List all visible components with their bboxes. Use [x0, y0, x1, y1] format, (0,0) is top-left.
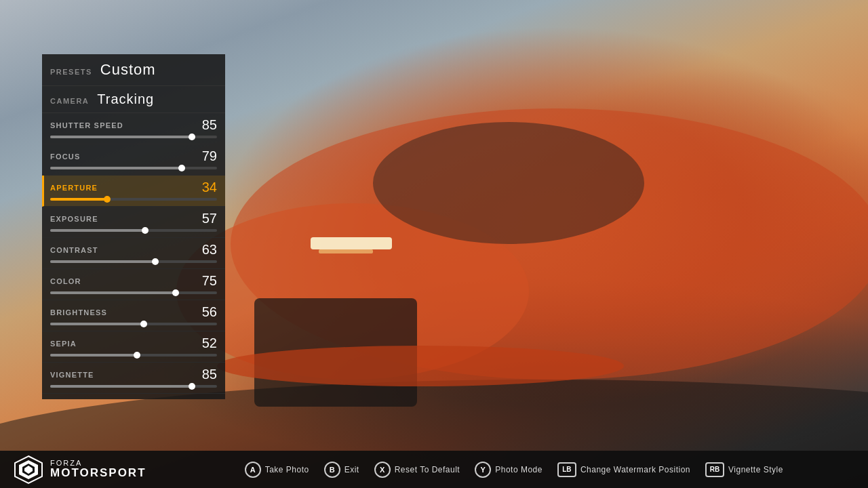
button-take-photo[interactable]: A: [245, 462, 261, 478]
camera-label: CAMERA: [50, 97, 89, 105]
presets-value: Custom: [100, 61, 156, 79]
slider-fill-sepia: [50, 354, 137, 357]
presets-label: PRESETS: [50, 68, 92, 76]
slider-value-color: 75: [197, 273, 217, 289]
slider-brightness[interactable]: BRIGHTNESS56: [42, 300, 225, 331]
slider-fill-brightness: [50, 323, 144, 325]
action-watermark[interactable]: LBChange Watermark Position: [557, 462, 690, 477]
action-label-photo-mode: Photo Mode: [495, 465, 542, 474]
slider-track-sepia[interactable]: [50, 354, 217, 357]
slider-focus[interactable]: FOCUS79: [42, 144, 225, 176]
slider-label-color: COLOR: [50, 277, 81, 285]
slider-track-brightness[interactable]: [50, 323, 217, 325]
bottom-bar: FORZA MOTORSPORT ATake PhotoBExitXReset …: [0, 451, 868, 488]
slider-label-shutter-speed: SHUTTER SPEED: [50, 121, 123, 129]
slider-label-aperture: APERTURE: [50, 184, 98, 192]
button-exit[interactable]: B: [324, 462, 340, 478]
slider-label-focus: FOCUS: [50, 152, 81, 161]
slider-track-aperture[interactable]: [50, 198, 217, 201]
slider-value-brightness: 56: [197, 304, 217, 320]
forza-logo-icon: [14, 455, 43, 485]
slider-fill-exposure: [50, 229, 145, 232]
action-reset[interactable]: XReset To Default: [374, 462, 460, 478]
action-label-vignette-style: Vignette Style: [728, 465, 783, 474]
slider-label-vignette: VIGNETTE: [50, 371, 94, 379]
action-photo-mode[interactable]: YPhoto Mode: [475, 462, 542, 478]
slider-label-exposure: EXPOSURE: [50, 215, 98, 223]
slider-contrast[interactable]: CONTRAST63: [42, 238, 225, 269]
slider-fill-shutter-speed: [50, 136, 192, 138]
slider-thumb-sepia: [134, 352, 140, 359]
slider-track-exposure[interactable]: [50, 229, 217, 232]
slider-label-brightness: BRIGHTNESS: [50, 308, 107, 317]
slider-value-focus: 79: [197, 148, 217, 164]
slider-value-contrast: 63: [197, 242, 217, 258]
slider-track-color[interactable]: [50, 291, 217, 294]
slider-value-aperture: 34: [197, 180, 217, 195]
slider-fill-contrast: [50, 260, 155, 263]
presets-section: PRESETS Custom: [42, 54, 225, 86]
camera-section: CAMERA Tracking: [42, 86, 225, 113]
slider-sepia[interactable]: SEPIA52: [42, 331, 225, 363]
slider-fill-focus: [50, 167, 182, 169]
forza-text: FORZA MOTORSPORT: [50, 459, 146, 480]
forza-subtitle: MOTORSPORT: [50, 467, 146, 480]
slider-vignette[interactable]: VIGNETTE85: [42, 363, 225, 394]
slider-track-shutter-speed[interactable]: [50, 136, 217, 138]
slider-track-focus[interactable]: [50, 167, 217, 169]
slider-value-sepia: 52: [197, 336, 217, 351]
slider-thumb-color: [172, 289, 179, 296]
slider-track-vignette[interactable]: [50, 385, 217, 388]
slider-fill-color: [50, 291, 176, 294]
action-label-reset: Reset To Default: [395, 465, 460, 474]
action-label-exit: Exit: [344, 465, 359, 474]
slider-value-shutter-speed: 85: [197, 117, 217, 133]
slider-thumb-vignette: [189, 383, 195, 390]
slider-value-exposure: 57: [197, 211, 217, 226]
slider-label-sepia: SEPIA: [50, 340, 77, 348]
settings-panel: PRESETS Custom CAMERA Tracking SHUTTER S…: [42, 54, 225, 399]
slider-shutter-speed[interactable]: SHUTTER SPEED85: [42, 113, 225, 144]
slider-fill-vignette: [50, 385, 192, 388]
action-label-watermark: Change Watermark Position: [580, 465, 690, 474]
action-exit[interactable]: BExit: [324, 462, 359, 478]
action-take-photo[interactable]: ATake Photo: [245, 462, 309, 478]
slider-track-contrast[interactable]: [50, 260, 217, 263]
slider-thumb-contrast: [152, 258, 159, 265]
slider-exposure[interactable]: EXPOSURE57: [42, 207, 225, 238]
camera-value: Tracking: [97, 92, 154, 107]
button-watermark[interactable]: LB: [557, 462, 576, 477]
slider-label-contrast: CONTRAST: [50, 246, 98, 254]
slider-thumb-aperture: [104, 196, 111, 203]
slider-aperture[interactable]: APERTURE34: [42, 176, 225, 207]
logo-area: FORZA MOTORSPORT: [14, 455, 146, 485]
slider-thumb-focus: [178, 165, 185, 171]
button-vignette-style[interactable]: RB: [705, 462, 724, 477]
action-label-take-photo: Take Photo: [265, 465, 309, 474]
slider-value-vignette: 85: [197, 367, 217, 382]
slider-thumb-exposure: [142, 227, 149, 234]
slider-thumb-shutter-speed: [189, 134, 195, 140]
slider-color[interactable]: COLOR75: [42, 269, 225, 300]
slider-fill-aperture: [50, 198, 107, 201]
action-vignette-style[interactable]: RBVignette Style: [705, 462, 783, 477]
button-photo-mode[interactable]: Y: [475, 462, 491, 478]
button-reset[interactable]: X: [374, 462, 391, 478]
sliders-container: SHUTTER SPEED85FOCUS79APERTURE34EXPOSURE…: [42, 113, 225, 394]
bottom-actions: ATake PhotoBExitXReset To DefaultYPhoto …: [174, 462, 854, 478]
slider-thumb-brightness: [140, 321, 147, 327]
